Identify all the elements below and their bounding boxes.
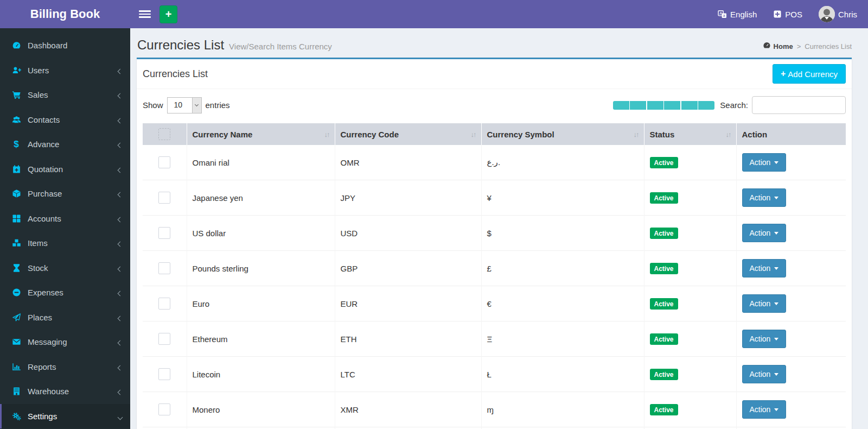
caret-down-icon: [774, 197, 778, 201]
page-subtitle: View/Search Items Currency: [229, 42, 332, 51]
currency-symbol-cell: ر.ع.: [481, 145, 644, 180]
currencies-table: Currency Name ↓↑ Currency Code ↓↑ Curren…: [143, 123, 846, 429]
chevron-left-icon: [118, 140, 122, 149]
currency-code-cell: LTC: [335, 357, 481, 392]
envelope-icon: [10, 337, 23, 346]
column-header-status[interactable]: Status ↓↑: [644, 123, 736, 145]
currency-name-cell: Pounds sterling: [187, 251, 335, 286]
sidebar-item-reports[interactable]: Reports: [0, 355, 130, 380]
sort-icon[interactable]: ↓↑: [634, 130, 639, 138]
status-badge: Active: [650, 228, 678, 239]
sort-icon[interactable]: ↓↑: [726, 130, 731, 138]
status-badge: Active: [650, 333, 678, 345]
currency-name-cell: Ripples: [187, 427, 335, 429]
column-header-currency-code[interactable]: Currency Code ↓↑: [335, 123, 481, 145]
sidebar-item-contacts[interactable]: Contacts: [0, 108, 130, 133]
export-button-copy[interactable]: [613, 101, 629, 110]
sidebar-item-accounts[interactable]: Accounts: [0, 206, 130, 231]
chevron-left-icon: [118, 165, 122, 174]
currency-code-cell: XMR: [335, 392, 481, 427]
currency-name-cell: Omani rial: [187, 145, 335, 180]
sidebar-item-users[interactable]: Users: [0, 58, 130, 83]
status-badge: Active: [650, 192, 678, 204]
export-button-print[interactable]: [664, 101, 680, 110]
app-logo[interactable]: Billing Book: [0, 0, 130, 28]
row-checkbox[interactable]: [158, 192, 170, 204]
chevron-left-icon: [118, 362, 122, 371]
status-badge: Active: [650, 263, 678, 274]
status-badge: Active: [650, 298, 678, 310]
action-dropdown-button[interactable]: Action: [742, 188, 787, 207]
sort-icon[interactable]: ↓↑: [471, 130, 476, 138]
language-icon: A a: [718, 10, 727, 19]
sidebar-item-purchase[interactable]: Purchase: [0, 181, 130, 206]
export-button-columns[interactable]: [698, 101, 714, 110]
export-buttons-group: [613, 101, 715, 110]
sidebar-item-advance[interactable]: $ Advance: [0, 132, 130, 157]
column-header-currency-name[interactable]: Currency Name ↓↑: [187, 123, 335, 145]
select-all-checkbox[interactable]: [158, 128, 170, 140]
action-dropdown-button[interactable]: Action: [742, 259, 787, 277]
caret-down-icon: [774, 373, 778, 378]
column-header-currency-symbol[interactable]: Currency Symbol ↓↑: [481, 123, 644, 145]
quick-add-button[interactable]: +: [159, 5, 177, 23]
entries-select[interactable]: 10: [167, 97, 202, 113]
row-checkbox[interactable]: [158, 368, 170, 380]
action-dropdown-button[interactable]: Action: [742, 330, 787, 348]
export-button-pdf[interactable]: [647, 101, 663, 110]
sidebar-item-dashboard[interactable]: Dashboard: [0, 33, 130, 58]
sidebar-item-messaging[interactable]: Messaging: [0, 330, 130, 355]
user-menu[interactable]: Chris: [819, 6, 857, 22]
chevron-left-icon: [118, 337, 122, 346]
sort-icon[interactable]: ↓↑: [324, 130, 329, 138]
action-dropdown-button[interactable]: Action: [742, 294, 787, 313]
row-checkbox[interactable]: [158, 227, 170, 239]
status-badge: Active: [650, 404, 678, 415]
sidebar-item-settings[interactable]: Settings: [0, 404, 130, 429]
sidebar-item-quotation[interactable]: Quotation: [0, 157, 130, 182]
table-row: Ethereum ETH Ξ Active Action: [143, 321, 846, 357]
sidebar-item-sales[interactable]: Sales: [0, 83, 130, 108]
pos-menu[interactable]: POS: [773, 10, 802, 19]
row-checkbox[interactable]: [158, 403, 170, 415]
caret-down-icon: [774, 232, 778, 237]
language-menu[interactable]: A a English: [718, 10, 757, 19]
chevron-left-icon: [118, 189, 122, 198]
currency-code-cell: XRP: [335, 427, 481, 429]
action-dropdown-button[interactable]: Action: [742, 400, 787, 419]
action-dropdown-button[interactable]: Action: [742, 365, 787, 383]
chevron-left-icon: [118, 238, 122, 248]
export-button-excel[interactable]: [630, 101, 646, 110]
add-currency-button[interactable]: + Add Currency: [773, 64, 846, 84]
sidebar-toggle-icon[interactable]: [138, 8, 152, 20]
breadcrumb-separator: >: [797, 42, 801, 51]
currency-name-cell: Litecoin: [187, 357, 335, 392]
row-checkbox[interactable]: [158, 262, 170, 274]
user-plus-icon: [10, 66, 23, 75]
sidebar-item-items[interactable]: Items: [0, 231, 130, 256]
row-checkbox[interactable]: [158, 298, 170, 310]
row-checkbox[interactable]: [158, 156, 170, 168]
export-button-csv[interactable]: [681, 101, 698, 110]
breadcrumb-home-link[interactable]: Home: [763, 41, 793, 51]
sidebar-item-places[interactable]: Places: [0, 305, 130, 330]
svg-text:a: a: [723, 14, 725, 17]
calendar-plus-icon: [10, 165, 23, 174]
table-row: Euro EUR € Active Action: [143, 286, 846, 321]
sidebar-item-stock[interactable]: Stock: [0, 256, 130, 281]
dashboard-icon: [10, 41, 23, 50]
sidebar-item-expenses[interactable]: Expenses: [0, 280, 130, 305]
caret-down-icon: [774, 302, 778, 307]
page-title: Currencies List: [137, 37, 224, 53]
show-label: Show: [143, 100, 163, 110]
minus-circle-icon: [10, 288, 23, 297]
search-input[interactable]: [752, 96, 846, 114]
table-row: Pounds sterling GBP £ Active Action: [143, 251, 846, 286]
table-row: Omani rial OMR ر.ع. Active Action: [143, 145, 846, 180]
select-all-header[interactable]: [143, 123, 187, 145]
sidebar: Dashboard Users Sales Contacts $ Advance…: [0, 28, 130, 429]
action-dropdown-button[interactable]: Action: [742, 153, 787, 172]
row-checkbox[interactable]: [158, 333, 170, 345]
action-dropdown-button[interactable]: Action: [742, 224, 787, 242]
sidebar-item-warehouse[interactable]: Warehouse: [0, 379, 130, 404]
